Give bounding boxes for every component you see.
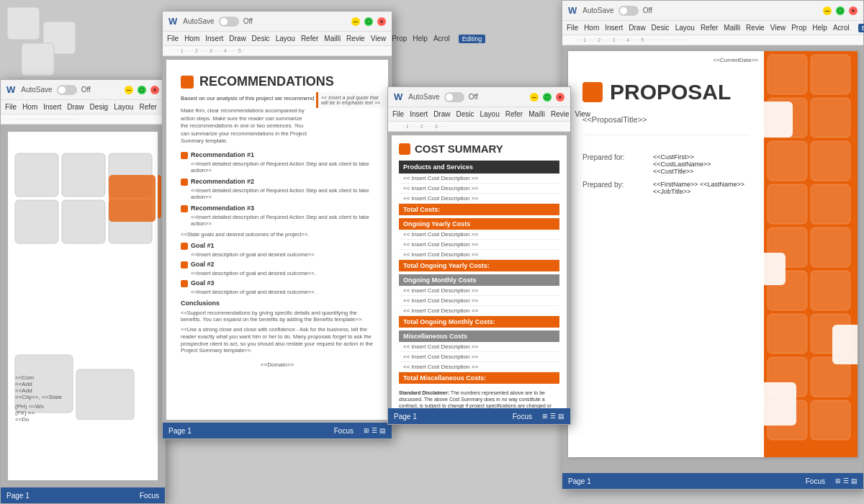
rb-home-rec[interactable]: Hom bbox=[184, 35, 199, 42]
rb-file-proposal[interactable]: File bbox=[567, 24, 578, 32]
svg-rect-9 bbox=[15, 200, 58, 243]
rb-refer-rec[interactable]: Refer bbox=[301, 35, 318, 42]
proposal-orange-panel bbox=[764, 51, 858, 457]
ribbon-home-left[interactable]: Hom bbox=[22, 103, 37, 111]
rb-design-proposal[interactable]: Desic bbox=[652, 24, 670, 32]
rb-mail-proposal[interactable]: Mailli bbox=[724, 24, 740, 32]
close-btn-left[interactable]: × bbox=[150, 86, 159, 94]
ruler-proposal: · · 1 · · · 2 · · · 3 · · · 4 · · · 5 · … bbox=[562, 35, 863, 45]
rec-page-title: RECOMMENDATIONS bbox=[181, 74, 374, 89]
close-btn-proposal[interactable]: × bbox=[849, 6, 858, 15]
rb-acrol-proposal[interactable]: Acrol bbox=[833, 24, 850, 32]
ribbon-file-left[interactable]: File bbox=[5, 103, 17, 111]
restore-btn-proposal[interactable]: □ bbox=[836, 6, 845, 15]
rb-mail-rec[interactable]: Mailli bbox=[324, 35, 341, 42]
statusbar-left: Page 1 Focus bbox=[1, 487, 165, 503]
rec-1-title: Recommendation #1 bbox=[191, 151, 254, 158]
word-logo-left: W bbox=[6, 84, 15, 95]
goal-1-title: Goal #1 bbox=[191, 242, 215, 249]
focus-label-cost: Focus bbox=[513, 413, 532, 420]
rb-help-proposal[interactable]: Help bbox=[812, 24, 827, 32]
page-label-cost: Page 1 bbox=[394, 413, 417, 420]
rb-refer-proposal[interactable]: Refer bbox=[701, 24, 718, 32]
goal-1-text: <<Insert description of goal and desired… bbox=[191, 251, 374, 258]
rec-2-text: <<Insert detailed description of Require… bbox=[191, 187, 374, 200]
proposal-page-layout: <<CurrentDate>> PROPOSAL <<ProposalTitle… bbox=[568, 51, 858, 457]
svg-rect-42 bbox=[7, 7, 40, 40]
rb-help-rec[interactable]: Help bbox=[413, 35, 428, 42]
titlebar-cost: W AutoSave Off ─ □ × bbox=[388, 87, 570, 107]
minimize-btn-rec[interactable]: ─ bbox=[351, 17, 360, 26]
puzzle-page-bg bbox=[8, 132, 158, 480]
ribbon-draw-left[interactable]: Draw bbox=[67, 103, 84, 111]
close-btn-cost[interactable]: × bbox=[556, 93, 564, 102]
minimize-btn-cost[interactable]: ─ bbox=[530, 93, 539, 102]
rb-review-proposal[interactable]: Revie bbox=[746, 24, 765, 32]
rb-file-cost[interactable]: File bbox=[392, 110, 404, 118]
bullet-icon-goal-2 bbox=[181, 261, 188, 269]
rb-layout-proposal[interactable]: Layou bbox=[675, 24, 695, 32]
yearly-row-3: << Insert Cost Description >> bbox=[399, 250, 559, 260]
rb-layout-cost[interactable]: Layou bbox=[480, 110, 500, 118]
proposal-title: PROPOSAL bbox=[610, 80, 731, 104]
autosave-toggle-left[interactable] bbox=[57, 85, 77, 95]
close-btn-rec[interactable]: × bbox=[377, 17, 386, 26]
rb-file-rec[interactable]: File bbox=[167, 35, 179, 42]
maximize-btn-cost[interactable]: □ bbox=[543, 93, 552, 102]
ribbon-insert-left[interactable]: Insert bbox=[43, 103, 61, 111]
ribbon-design-left[interactable]: Desig bbox=[90, 103, 109, 111]
cost-title-text: COST SUMMARY bbox=[415, 143, 503, 155]
autosave-toggle-proposal[interactable] bbox=[618, 6, 639, 16]
goal-2-title: Goal #2 bbox=[191, 261, 215, 268]
rb-view-rec[interactable]: View bbox=[371, 35, 387, 42]
rb-review-cost[interactable]: Revie bbox=[551, 110, 570, 118]
svg-rect-44 bbox=[22, 43, 54, 76]
ribbon-proposal: File Hom Insert Draw Desic Layou Refer M… bbox=[562, 21, 863, 35]
maximize-btn-left[interactable]: □ bbox=[138, 86, 146, 94]
svg-rect-21 bbox=[811, 141, 850, 181]
rec-3-text: <<Insert detailed description of Require… bbox=[191, 214, 374, 227]
rec-domain: <<Domain>> bbox=[181, 361, 374, 368]
page-label-proposal: Page 1 bbox=[568, 477, 591, 485]
minimize-btn-proposal[interactable]: ─ bbox=[823, 6, 832, 15]
rb-insert-rec[interactable]: Insert bbox=[205, 35, 223, 42]
ribbon-left: File Hom Insert Draw Desig Layou Refer M… bbox=[1, 100, 165, 114]
products-header: Products and Services bbox=[399, 161, 559, 174]
rb-home-proposal[interactable]: Hom bbox=[584, 24, 599, 32]
statusbar-proposal: Page 1 Focus ⊞ ☰ ▤ bbox=[562, 473, 863, 489]
rb-view-cost[interactable]: View bbox=[575, 110, 591, 118]
maximize-btn-rec[interactable]: □ bbox=[364, 17, 373, 26]
ribbon-references-left[interactable]: Refer bbox=[139, 103, 156, 111]
misc-row-3: << Insert Cost Description >> bbox=[399, 362, 559, 372]
address1: <<Add bbox=[15, 381, 150, 387]
rb-mail-cost[interactable]: Mailli bbox=[528, 110, 545, 118]
rb-prop-rec[interactable]: Prop bbox=[392, 35, 407, 42]
rb-layout-rec[interactable]: Layou bbox=[276, 35, 295, 42]
rec-make-firm: Make firm, clear recommendations accompa… bbox=[181, 107, 310, 145]
rb-acrol-rec[interactable]: Acrol bbox=[433, 35, 450, 42]
autosave-toggle-cost[interactable] bbox=[444, 92, 464, 102]
cost-doc-title: COST SUMMARY bbox=[399, 143, 559, 155]
rb-insert-proposal[interactable]: Insert bbox=[605, 24, 623, 32]
autosave-toggle-rec[interactable] bbox=[219, 17, 239, 27]
bullet-icon-1 bbox=[181, 152, 188, 159]
rb-design-rec[interactable]: Desic bbox=[252, 35, 270, 42]
ribbon-layout-left[interactable]: Layou bbox=[114, 103, 133, 111]
window-proposal: W AutoSave Off ─ □ × File Hom Insert Dra… bbox=[562, 0, 864, 490]
rb-refer-cost[interactable]: Refer bbox=[505, 110, 523, 118]
svg-rect-35 bbox=[764, 253, 786, 285]
rb-draw-cost[interactable]: Draw bbox=[433, 110, 450, 118]
rb-view-proposal[interactable]: View bbox=[770, 24, 786, 32]
rb-draw-rec[interactable]: Draw bbox=[229, 35, 246, 42]
statusbar-rec: Page 1 Focus ⊞ ☰ ▤ bbox=[163, 423, 392, 438]
page-rec: << Insert a pull quote that will be in e… bbox=[166, 60, 388, 420]
rb-design-cost[interactable]: Desic bbox=[456, 110, 474, 118]
rb-insert-cost[interactable]: Insert bbox=[410, 110, 428, 118]
view-icons-rec: ⊞ ☰ ▤ bbox=[364, 427, 386, 434]
minimize-btn-left[interactable]: ─ bbox=[125, 86, 133, 94]
word-logo-rec: W bbox=[168, 16, 177, 27]
rb-review-rec[interactable]: Revie bbox=[346, 35, 365, 42]
titlebar-proposal: W AutoSave Off ─ □ × bbox=[562, 1, 863, 21]
rb-draw-proposal[interactable]: Draw bbox=[629, 24, 645, 32]
rb-prop-proposal[interactable]: Prop bbox=[791, 24, 806, 32]
